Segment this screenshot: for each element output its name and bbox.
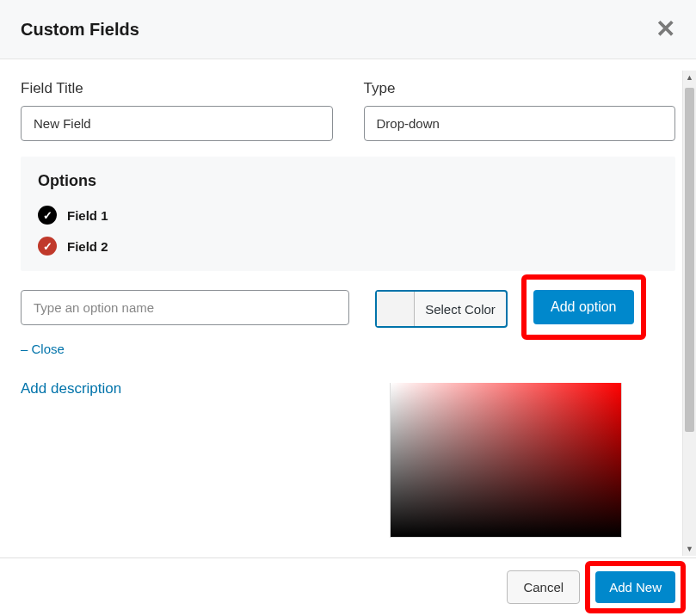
color-swatch-icon (377, 292, 415, 326)
cancel-button[interactable]: Cancel (507, 570, 580, 604)
dialog-header: Custom Fields ✕ (0, 0, 696, 59)
dialog-footer: Cancel Add New (0, 557, 696, 616)
option-label: Field 1 (67, 208, 108, 223)
field-title-input[interactable] (21, 106, 333, 141)
option-name-input[interactable] (21, 290, 349, 325)
scrollbar[interactable]: ▲ ▼ (682, 71, 696, 556)
saturation-lightness-area[interactable] (391, 383, 622, 538)
add-description-link[interactable]: Add description (21, 380, 121, 397)
select-color-button[interactable]: Select Color (375, 290, 508, 328)
color-picker-popup (390, 383, 622, 538)
check-icon: ✓ (38, 206, 57, 225)
option-label: Field 2 (67, 239, 108, 254)
field-type-col: Type (364, 80, 676, 141)
color-picker-wrap: Select Color (375, 290, 508, 328)
options-heading: Options (38, 172, 658, 190)
dialog-title: Custom Fields (21, 20, 139, 40)
field-row: Field Title Type (21, 80, 675, 141)
add-new-wrap: Add New (595, 571, 675, 603)
field-type-select[interactable] (364, 106, 676, 141)
scroll-up-icon[interactable]: ▲ (683, 71, 696, 84)
scroll-down-icon[interactable]: ▼ (683, 542, 696, 556)
check-icon: ✓ (38, 237, 57, 256)
dialog-content: Field Title Type Options ✓ Field 1 ✓ Fie… (0, 59, 696, 397)
options-panel: Options ✓ Field 1 ✓ Field 2 (21, 157, 675, 271)
scrollbar-thumb[interactable] (685, 88, 694, 432)
add-option-row: Select Color Add option (21, 290, 675, 328)
add-new-button[interactable]: Add New (595, 571, 675, 603)
add-option-wrap: Add option (533, 290, 634, 324)
field-title-label: Field Title (21, 80, 333, 97)
close-link[interactable]: – Close (21, 342, 65, 356)
select-color-label: Select Color (415, 302, 506, 317)
field-title-col: Field Title (21, 80, 333, 141)
field-type-label: Type (364, 80, 676, 97)
option-item[interactable]: ✓ Field 1 (38, 206, 658, 225)
add-option-button[interactable]: Add option (533, 290, 634, 324)
option-item[interactable]: ✓ Field 2 (38, 237, 658, 256)
close-icon[interactable]: ✕ (656, 17, 675, 41)
